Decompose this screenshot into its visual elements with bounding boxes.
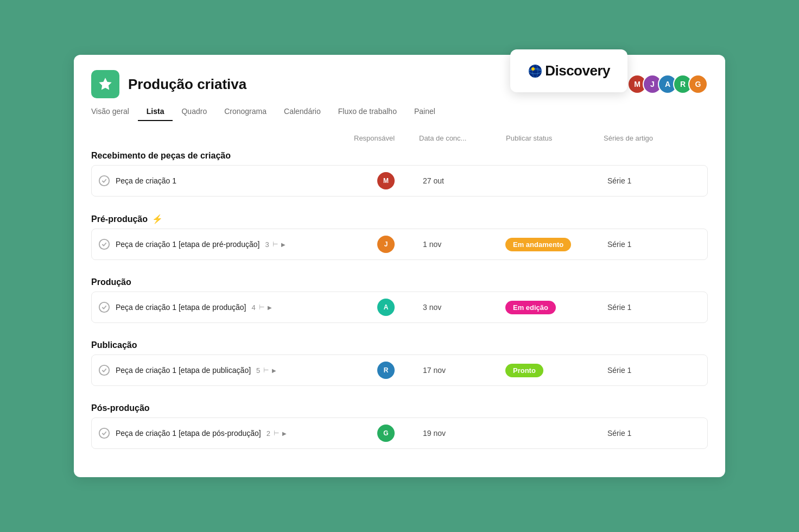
task-meta: 4 ⊢ ▶ [252, 303, 272, 312]
section-pre-producao: Pré-produção ⚡ Peça de criação 1 [etapa … [91, 210, 708, 260]
table-row[interactable]: Peça de criação 1 [etapa de produção] 4 … [91, 292, 708, 323]
avatar-cell: J [353, 236, 418, 253]
app-icon [91, 70, 119, 98]
check-circle-icon [98, 175, 110, 187]
discovery-globe-icon [528, 64, 543, 79]
date-cell: 19 nov [418, 429, 505, 438]
task-name-cell: Peça de criação 1 [etapa de publicação] … [98, 364, 353, 376]
table-row[interactable]: Peça de criação 1 [etapa de pré-produção… [91, 229, 708, 260]
task-name-cell: Peça de criação 1 [98, 175, 353, 187]
arrow-right-icon: ▶ [272, 368, 276, 373]
task-name-cell: Peça de criação 1 [etapa de pós-produção… [98, 427, 353, 439]
date-cell: 3 nov [418, 303, 505, 312]
series-cell: Série 1 [603, 240, 701, 249]
discovery-brand-text: Discovery [545, 62, 610, 79]
nav-tabs: Visão geral Lista Quadro Cronograma Cale… [91, 103, 708, 121]
table-header: Responsável Data de conc... Publicar sta… [91, 134, 708, 147]
avatar-cell: M [353, 172, 418, 189]
tab-quadro[interactable]: Quadro [173, 103, 215, 121]
series-cell: Série 1 [603, 366, 701, 375]
star-icon [98, 77, 113, 92]
check-circle-icon [98, 364, 110, 376]
task-avatar: R [377, 362, 395, 379]
check-circle-icon [98, 427, 110, 439]
subtask-icon: ⊢ [272, 240, 278, 248]
col-status: Publicar status [506, 134, 604, 142]
series-cell: Série 1 [603, 176, 701, 185]
avatar-group: M J A R G [627, 74, 708, 94]
subtask-count: 2 [267, 429, 270, 438]
task-name-cell: Peça de criação 1 [etapa de pré-produção… [98, 238, 353, 250]
arrow-right-icon: ▶ [268, 305, 272, 311]
section-pos-producao: Pós-produção Peça de criação 1 [etapa de… [91, 399, 708, 449]
subtask-icon: ⊢ [259, 303, 264, 311]
section-title-recebimento: Recebimento de peças de criação [91, 147, 708, 165]
task-avatar: M [377, 172, 395, 189]
col-responsavel: Responsável [354, 134, 419, 142]
svg-point-3 [531, 67, 535, 71]
status-badge: Pronto [505, 364, 543, 377]
subtask-count: 5 [256, 366, 260, 375]
task-meta: 3 ⊢ ▶ [265, 240, 285, 249]
task-meta: 5 ⊢ ▶ [256, 366, 276, 375]
section-title-publicacao: Publicação [91, 336, 708, 354]
check-circle-icon [98, 238, 110, 250]
status-cell: Em edição [505, 301, 603, 314]
avatar-cell: R [353, 362, 418, 379]
avatar: G [688, 74, 708, 94]
table-row[interactable]: Peça de criação 1 [etapa de publicação] … [91, 354, 708, 386]
task-name-cell: Peça de criação 1 [etapa de produção] 4 … [98, 301, 353, 313]
col-task [115, 134, 354, 142]
tab-visao-geral[interactable]: Visão geral [91, 103, 138, 121]
svg-point-8 [99, 428, 109, 438]
status-badge: Em edição [505, 301, 556, 314]
date-cell: 17 nov [418, 366, 505, 375]
subtask-icon: ⊢ [274, 429, 279, 437]
arrow-right-icon: ▶ [281, 242, 286, 248]
subtask-icon: ⊢ [263, 366, 269, 374]
series-cell: Série 1 [603, 429, 701, 438]
discovery-popup: Discovery [510, 49, 627, 92]
project-title: Produção criativa [128, 76, 246, 93]
arrow-right-icon: ▶ [282, 430, 287, 436]
section-recebimento: Recebimento de peças de criação Peça de … [91, 147, 708, 197]
status-cell: Em andamento [505, 238, 603, 251]
svg-point-6 [99, 302, 109, 312]
tab-lista[interactable]: Lista [138, 103, 173, 121]
tab-painel[interactable]: Painel [405, 103, 444, 121]
tab-calendario[interactable]: Calendário [275, 103, 329, 121]
header-left: Produção criativa [91, 70, 246, 98]
col-data: Data de conc... [419, 134, 506, 142]
section-title-pos-producao: Pós-produção [91, 399, 708, 417]
task-avatar: A [377, 299, 395, 316]
discovery-logo: Discovery [528, 62, 610, 79]
date-cell: 27 out [418, 176, 505, 185]
status-cell: Pronto [505, 364, 603, 377]
task-avatar: G [377, 425, 395, 442]
status-badge: Em andamento [505, 238, 571, 251]
tab-cronograma[interactable]: Cronograma [215, 103, 275, 121]
section-title-producao: Produção [91, 273, 708, 292]
table-row[interactable]: Peça de criação 1 M 27 out Série 1 [91, 165, 708, 197]
subtask-count: 4 [252, 303, 256, 312]
svg-point-4 [99, 176, 109, 186]
section-producao: Produção Peça de criação 1 [etapa de pro… [91, 273, 708, 323]
svg-point-7 [99, 365, 109, 375]
date-cell: 1 nov [418, 240, 505, 249]
section-title-pre-producao: Pré-produção ⚡ [91, 210, 708, 229]
svg-point-1 [532, 65, 538, 78]
series-cell: Série 1 [603, 303, 701, 312]
avatar-cell: A [353, 299, 418, 316]
table-row[interactable]: Peça de criação 1 [etapa de pós-produção… [91, 417, 708, 449]
main-card: Discovery Produção criativa M J A R G Vi… [74, 55, 725, 477]
tab-fluxo-de-trabalho[interactable]: Fluxo de trabalho [329, 103, 405, 121]
check-circle-icon [98, 301, 110, 313]
svg-point-5 [99, 239, 109, 249]
task-meta: 2 ⊢ ▶ [267, 429, 287, 438]
col-series: Séries de artigo [604, 134, 701, 142]
avatar-cell: G [353, 425, 418, 442]
section-publicacao: Publicação Peça de criação 1 [etapa de p… [91, 336, 708, 386]
lightning-emoji: ⚡ [152, 214, 163, 224]
subtask-count: 3 [265, 240, 269, 249]
task-avatar: J [377, 236, 395, 253]
